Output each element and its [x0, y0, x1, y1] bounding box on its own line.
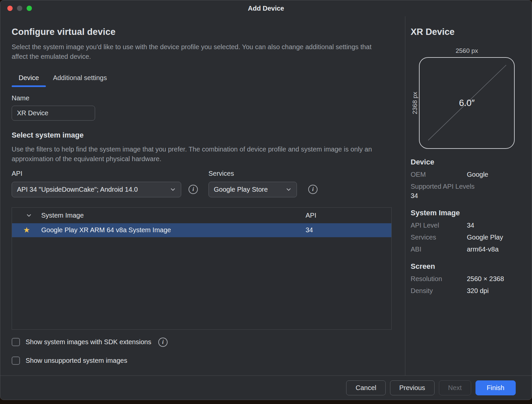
resolution-label: Resolution — [411, 275, 467, 283]
dialog-footer: Cancel Previous Next Finish — [0, 375, 532, 400]
sdk-extensions-info-icon[interactable]: i — [158, 338, 168, 347]
supported-api-levels-value: 34 — [411, 192, 524, 200]
density-label: Density — [411, 287, 467, 295]
api-level-row: API Level 34 — [411, 222, 524, 229]
screen-height-label: 2368 px — [411, 57, 419, 149]
abi-value: arm64-v8a — [467, 246, 524, 253]
services-dropdown[interactable]: Google Play Store — [208, 182, 297, 197]
select-system-image-description: Use the filters to help find the system … — [12, 145, 374, 164]
api-filter-group: API API 34 "UpsideDownCake"; Android 14.… — [12, 170, 181, 197]
unsupported-images-checkbox-row: Show unsupported system images — [12, 356, 392, 365]
device-details-panel: XR Device 2560 px 2368 px 6.0″ Device — [405, 16, 532, 375]
services-detail-value: Google Play — [467, 234, 524, 241]
api-info-icon[interactable]: i — [189, 185, 198, 194]
api-level-value: 34 — [467, 222, 524, 229]
finish-button[interactable]: Finish — [475, 380, 516, 395]
window-controls — [7, 6, 32, 11]
services-info-icon[interactable]: i — [308, 185, 318, 194]
main-panel: Configure virtual device Select the syst… — [0, 16, 405, 375]
screen-preview: 2560 px 2368 px 6.0″ — [411, 47, 524, 149]
next-button: Next — [439, 380, 471, 395]
window-title: Add Device — [248, 5, 284, 12]
column-header-system-image: System Image — [41, 212, 306, 219]
screen-width-label: 2560 px — [419, 47, 515, 54]
api-dropdown[interactable]: API 34 "UpsideDownCake"; Android 14.0 — [12, 182, 181, 197]
oem-label: OEM — [411, 171, 467, 178]
screen-outline: 6.0″ — [419, 57, 515, 149]
add-device-dialog: Add Device Configure virtual device Sele… — [0, 0, 532, 400]
system-image-table: System Image API ★ Google Play XR ARM 64… — [12, 207, 392, 330]
sdk-extensions-checkbox[interactable] — [12, 338, 20, 346]
services-filter-group: Services Google Play Store — [208, 170, 297, 197]
sdk-extensions-checkbox-label[interactable]: Show system images with SDK extensions — [26, 338, 151, 346]
unsupported-images-checkbox-label[interactable]: Show unsupported system images — [26, 357, 127, 364]
close-window-icon[interactable] — [7, 6, 13, 11]
unsupported-images-checkbox[interactable] — [12, 356, 20, 365]
device-name-input[interactable] — [12, 106, 95, 121]
name-label: Name — [12, 94, 392, 102]
column-header-api: API — [306, 212, 391, 219]
sdk-extensions-checkbox-row: Show system images with SDK extensions i — [12, 338, 392, 347]
screen-diagonal-label: 6.0″ — [420, 58, 514, 148]
api-dropdown-value: API 34 "UpsideDownCake"; Android 14.0 — [17, 186, 138, 193]
abi-row: ABI arm64-v8a — [411, 246, 524, 253]
minimize-window-icon — [17, 6, 22, 11]
services-row: Services Google Play — [411, 234, 524, 241]
select-system-image-title: Select system image — [12, 131, 392, 140]
api-label: API — [12, 170, 181, 177]
tab-device[interactable]: Device — [12, 70, 46, 86]
chevron-down-icon — [286, 186, 292, 192]
title-bar: Add Device — [0, 0, 532, 16]
system-image-name: Google Play XR ARM 64 v8a System Image — [41, 226, 306, 234]
collapse-chevron-icon[interactable] — [26, 212, 32, 218]
page-title: Configure virtual device — [12, 27, 392, 37]
zoom-window-icon[interactable] — [27, 6, 32, 11]
services-dropdown-value: Google Play Store — [214, 186, 268, 193]
page-description: Select the system image you'd like to us… — [12, 42, 374, 62]
tab-additional-settings[interactable]: Additional settings — [46, 70, 114, 86]
tab-bar: Device Additional settings — [12, 70, 392, 86]
supported-api-levels-label: Supported API Levels — [411, 183, 524, 190]
oem-value: Google — [467, 171, 524, 178]
resolution-row: Resolution 2560 × 2368 — [411, 275, 524, 283]
star-icon: ★ — [23, 226, 30, 234]
density-row: Density 320 dpi — [411, 287, 524, 295]
system-image-api: 34 — [306, 226, 391, 234]
api-level-label: API Level — [411, 222, 467, 229]
filter-row: API API 34 "UpsideDownCake"; Android 14.… — [12, 170, 392, 197]
device-section-title: Device — [411, 158, 524, 166]
system-image-section-title: System Image — [411, 209, 524, 217]
chevron-down-icon — [170, 186, 176, 192]
cancel-button[interactable]: Cancel — [346, 380, 385, 395]
services-label: Services — [208, 170, 297, 177]
table-row[interactable]: ★ Google Play XR ARM 64 v8a System Image… — [12, 223, 391, 237]
previous-button[interactable]: Previous — [390, 380, 435, 395]
device-details-title: XR Device — [411, 27, 524, 37]
services-detail-label: Services — [411, 234, 467, 241]
resolution-value: 2560 × 2368 — [467, 275, 524, 283]
oem-row: OEM Google — [411, 171, 524, 178]
abi-label: ABI — [411, 246, 467, 253]
table-header-row: System Image API — [12, 208, 391, 223]
supported-api-levels-row: Supported API Levels 34 — [411, 183, 524, 200]
density-value: 320 dpi — [467, 287, 524, 295]
screen-section-title: Screen — [411, 262, 524, 271]
